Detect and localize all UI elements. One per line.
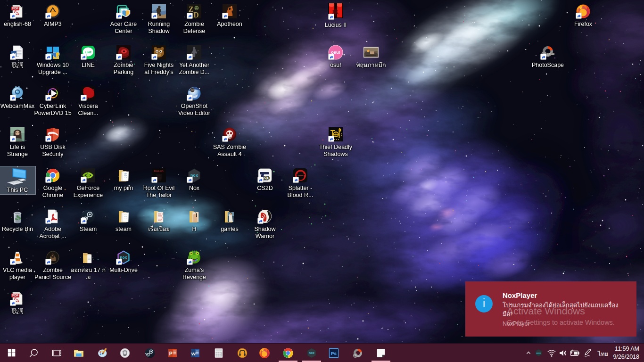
svg-text:LINE: LINE: [85, 50, 91, 54]
svg-text:PDF: PDF: [12, 7, 18, 10]
svg-text:R##L#VL: R##L#VL: [154, 170, 164, 173]
svg-text:Ps: Ps: [331, 351, 337, 356]
svg-text:2D: 2D: [263, 175, 270, 181]
svg-text:PDF: PDF: [12, 294, 18, 297]
svg-text:P: P: [169, 351, 173, 356]
svg-text:Z: Z: [189, 5, 194, 13]
svg-text:D: D: [193, 11, 199, 19]
svg-text:nox: nox: [537, 352, 541, 355]
svg-text:OSCAPE: OSCAPE: [547, 53, 555, 55]
svg-text:nox: nox: [309, 351, 314, 355]
svg-text:W: W: [191, 351, 196, 356]
